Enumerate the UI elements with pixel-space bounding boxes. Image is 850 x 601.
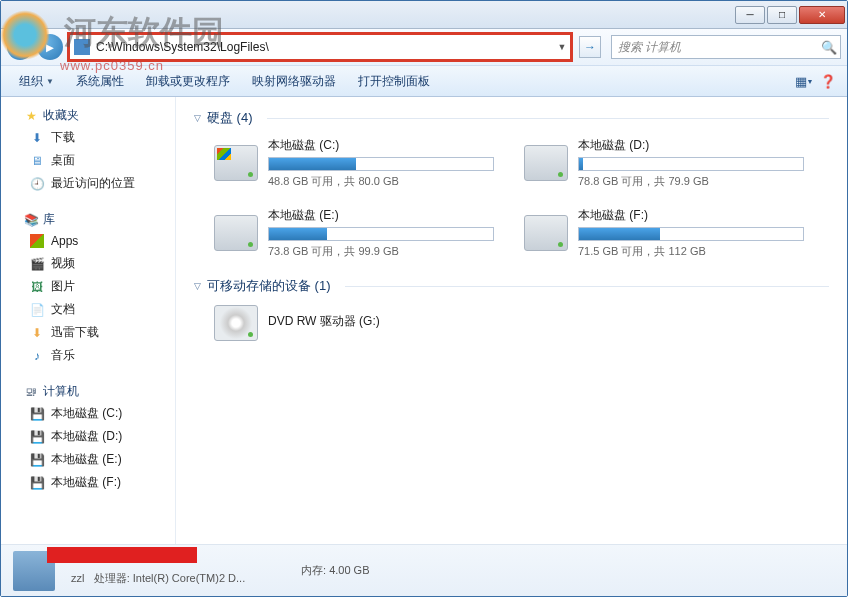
footer-name: zzl	[71, 572, 84, 584]
sidebar-item-recent[interactable]: 🕘最近访问的位置	[1, 172, 175, 195]
help-icon[interactable]: ❓	[817, 70, 839, 92]
hdd-icon: 💾	[29, 452, 45, 468]
address-dropdown-icon[interactable]: ▼	[554, 42, 570, 52]
go-button[interactable]: →	[579, 36, 601, 58]
close-button[interactable]: ✕	[799, 6, 845, 24]
map-network-drive-button[interactable]: 映射网络驱动器	[242, 69, 346, 94]
library-icon: 📚	[23, 212, 39, 228]
sidebar-item-video[interactable]: 🎬视频	[1, 252, 175, 275]
hdd-icon: 💾	[29, 406, 45, 422]
sidebar-item-drive-c[interactable]: 💾本地磁盘 (C:)	[1, 402, 175, 425]
recent-icon: 🕘	[29, 176, 45, 192]
sidebar-item-drive-f[interactable]: 💾本地磁盘 (F:)	[1, 471, 175, 494]
details-pane: zzl 处理器: Intel(R) Core(TM)2 D... 内存: 4.0…	[1, 544, 847, 596]
drive-label: 本地磁盘 (C:)	[268, 137, 494, 154]
video-icon: 🎬	[29, 256, 45, 272]
redacted-bar	[47, 547, 197, 563]
hdd-icon	[524, 215, 568, 251]
footer-cpu-label: 处理器:	[94, 572, 130, 584]
sidebar-item-downloads[interactable]: ⬇下载	[1, 126, 175, 149]
watermark-url: www.pc0359.cn	[60, 58, 164, 73]
drive-3[interactable]: 本地磁盘 (F:) 71.5 GB 可用，共 112 GB	[524, 207, 804, 259]
hdd-icon: 💾	[29, 475, 45, 491]
organize-button[interactable]: 组织▼	[9, 69, 64, 94]
drive-stats: 48.8 GB 可用，共 80.0 GB	[268, 174, 494, 189]
collapse-icon: ▽	[194, 113, 201, 123]
apps-icon	[29, 233, 45, 249]
removable-header[interactable]: ▽ 可移动存储的设备 (1)	[194, 277, 829, 295]
content-pane: ▽ 硬盘 (4) 本地磁盘 (C:) 48.8 GB 可用，共 80.0 GB …	[176, 97, 847, 544]
computer-header[interactable]: 🖳 计算机	[1, 381, 175, 402]
drive-1[interactable]: 本地磁盘 (D:) 78.8 GB 可用，共 79.9 GB	[524, 137, 804, 189]
search-box[interactable]: 搜索 计算机 🔍	[611, 35, 841, 59]
sidebar-item-music[interactable]: ♪音乐	[1, 344, 175, 367]
sidebar-item-drive-e[interactable]: 💾本地磁盘 (E:)	[1, 448, 175, 471]
drive-label: 本地磁盘 (D:)	[578, 137, 804, 154]
footer-mem-label: 内存:	[301, 564, 326, 576]
explorer-window: ─ □ ✕ ◄ ► C:\Windows\System32\LogFiles\ …	[0, 0, 848, 597]
watermark-overlay: 河东软件园 www.pc0359.cn	[0, 10, 224, 60]
drive-0[interactable]: 本地磁盘 (C:) 48.8 GB 可用，共 80.0 GB	[214, 137, 494, 189]
maximize-button[interactable]: □	[767, 6, 797, 24]
drive-stats: 78.8 GB 可用，共 79.9 GB	[578, 174, 804, 189]
xunlei-icon: ⬇	[29, 325, 45, 341]
sidebar-item-drive-d[interactable]: 💾本地磁盘 (D:)	[1, 425, 175, 448]
drive-stats: 73.8 GB 可用，共 99.9 GB	[268, 244, 494, 259]
dvd-icon	[214, 305, 258, 341]
pictures-icon: 🖼	[29, 279, 45, 295]
view-options-icon[interactable]: ▦▼	[793, 70, 815, 92]
footer-mem: 4.00 GB	[329, 564, 369, 576]
sidebar-item-desktop[interactable]: 🖥桌面	[1, 149, 175, 172]
libraries-header[interactable]: 📚 库	[1, 209, 175, 230]
drive-label: 本地磁盘 (F:)	[578, 207, 804, 224]
minimize-button[interactable]: ─	[735, 6, 765, 24]
drive-dvd[interactable]: DVD RW 驱动器 (G:)	[214, 305, 494, 341]
desktop-icon: 🖥	[29, 153, 45, 169]
search-placeholder: 搜索 计算机	[612, 39, 818, 56]
hdd-icon	[214, 145, 258, 181]
capacity-bar	[268, 157, 494, 171]
footer-cpu: Intel(R) Core(TM)2 D...	[133, 572, 245, 584]
sidebar-item-documents[interactable]: 📄文档	[1, 298, 175, 321]
watermark-text: 河东软件园	[64, 14, 224, 50]
hdd-icon	[524, 145, 568, 181]
computer-icon: 🖳	[23, 384, 39, 400]
music-icon: ♪	[29, 348, 45, 364]
navigation-pane: ★ 收藏夹 ⬇下载 🖥桌面 🕘最近访问的位置 📚 库 Apps 🎬视频 🖼图片 …	[1, 97, 176, 544]
hard-drives-header[interactable]: ▽ 硬盘 (4)	[194, 109, 829, 127]
collapse-icon: ▽	[194, 281, 201, 291]
favorites-header[interactable]: ★ 收藏夹	[1, 105, 175, 126]
download-icon: ⬇	[29, 130, 45, 146]
hdd-icon: 💾	[29, 429, 45, 445]
capacity-bar	[578, 227, 804, 241]
drive-stats: 71.5 GB 可用，共 112 GB	[578, 244, 804, 259]
capacity-bar	[268, 227, 494, 241]
sidebar-item-pictures[interactable]: 🖼图片	[1, 275, 175, 298]
control-panel-button[interactable]: 打开控制面板	[348, 69, 440, 94]
watermark-logo-icon	[0, 10, 50, 60]
sidebar-item-xunlei[interactable]: ⬇迅雷下载	[1, 321, 175, 344]
drive-2[interactable]: 本地磁盘 (E:) 73.8 GB 可用，共 99.9 GB	[214, 207, 494, 259]
drive-label: DVD RW 驱动器 (G:)	[268, 313, 494, 330]
sidebar-item-apps[interactable]: Apps	[1, 230, 175, 252]
star-icon: ★	[23, 108, 39, 124]
capacity-bar	[578, 157, 804, 171]
search-icon[interactable]: 🔍	[818, 40, 840, 55]
hdd-icon	[214, 215, 258, 251]
drive-label: 本地磁盘 (E:)	[268, 207, 494, 224]
documents-icon: 📄	[29, 302, 45, 318]
